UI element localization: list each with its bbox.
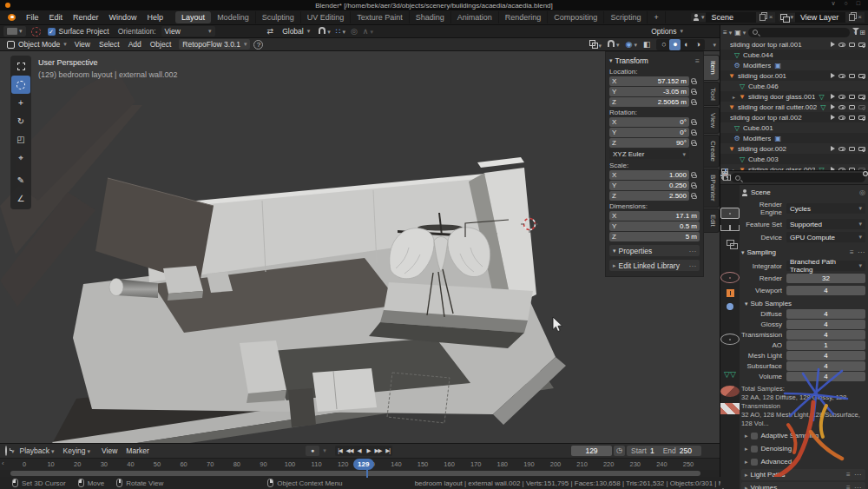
properties-tab[interactable] (720, 403, 740, 414)
lock-icon[interactable] (692, 195, 697, 199)
view-layer-name-field[interactable]: View Layer (795, 12, 845, 23)
collapsed-subpanel[interactable]: Advanced (741, 456, 865, 467)
viewport-menu-item[interactable]: View (70, 40, 95, 49)
lock-icon[interactable] (692, 132, 697, 135)
outliner-row[interactable]: sliding door rail cutter.002 (720, 102, 868, 112)
dimension-row[interactable]: X17.1 m (609, 211, 700, 221)
sub-sample-slider[interactable]: 4 (786, 320, 865, 329)
workspace-tab[interactable]: Animation (451, 11, 499, 23)
scene-name-field[interactable]: Scene (706, 12, 756, 23)
outliner-type-icon[interactable] (738, 93, 746, 101)
properties-tab[interactable] (720, 351, 740, 362)
viewport-menu-item[interactable]: Object (146, 40, 176, 49)
outliner-row[interactable]: Cube.044 (720, 50, 868, 60)
keying-menu[interactable]: Keying (63, 446, 91, 455)
add-workspace-button[interactable]: + (648, 11, 665, 23)
properties-tab[interactable] (727, 303, 733, 310)
transform-panel-header[interactable]: Transform≡ (609, 55, 700, 66)
sub-sample-slider[interactable]: 4 (786, 309, 865, 319)
workspace-tab[interactable]: Layout (175, 11, 211, 23)
viewport-tool-button[interactable] (11, 76, 30, 94)
outliner-filter-dropdown[interactable] (852, 28, 858, 36)
hide-viewport-icon[interactable] (838, 116, 845, 120)
properties-tab[interactable] (727, 289, 734, 297)
workspace-tab[interactable]: Shading (410, 11, 451, 23)
snap-toggle[interactable] (319, 27, 331, 36)
lock-icon[interactable] (692, 122, 697, 125)
timeline-ruler[interactable]: ‹ 01020304050607080901001101201301401501… (0, 458, 720, 470)
properties-tab[interactable] (720, 225, 740, 231)
transport-button[interactable]: ◀ (354, 446, 364, 456)
surface-project-checkbox[interactable] (48, 28, 56, 36)
selectable-icon[interactable] (831, 73, 835, 78)
window-controls[interactable]: ∨ ○ □ (832, 0, 864, 7)
region-collapse-arrow[interactable]: ‹ (2, 459, 4, 467)
n-panel-tab[interactable]: Edit (704, 208, 720, 233)
selectable-icon[interactable] (831, 104, 835, 109)
lock-icon[interactable] (692, 91, 697, 95)
shading-mode-button[interactable]: ○ (658, 39, 669, 50)
properties-tab[interactable] (720, 368, 740, 380)
collapsed-panel[interactable]: Light Paths≡ ⋯ (741, 469, 865, 480)
outliner-row[interactable]: ▸ sliding door glass.001 (720, 91, 868, 102)
location-row[interactable]: Z2.5065 m (609, 97, 700, 107)
sub-sample-slider[interactable]: 4 (786, 372, 865, 381)
outliner-type-icon[interactable] (733, 62, 741, 69)
outliner-row[interactable]: Modifiers (720, 133, 868, 143)
hide-viewport-icon[interactable] (838, 147, 845, 151)
selectable-icon[interactable] (831, 167, 835, 170)
disable-render-icon[interactable] (858, 168, 865, 171)
properties-tab[interactable] (720, 334, 740, 345)
sampling-section-header[interactable]: Sampling≡ ⋯ (741, 247, 865, 258)
view-menu[interactable]: View (97, 446, 122, 455)
integrator-dropdown[interactable]: Branched Path Tracing (786, 261, 865, 271)
property-dropdown[interactable]: Supported (786, 219, 865, 229)
property-dropdown[interactable]: Cycles (786, 203, 865, 214)
lock-icon[interactable] (692, 102, 697, 105)
rotation-row[interactable]: X0° (609, 117, 700, 127)
outliner-type-icon[interactable] (733, 51, 741, 59)
new-view-layer-button[interactable] (845, 12, 855, 23)
disable-viewport-icon[interactable] (849, 116, 855, 120)
location-row[interactable]: X57.152 m (609, 76, 700, 86)
falloff-dropdown[interactable]: ∧ (363, 27, 373, 36)
scrollbar-thumb[interactable] (10, 471, 700, 476)
dimension-row[interactable]: Y0.5 m (609, 221, 700, 231)
properties-tab[interactable] (720, 316, 740, 327)
options-dropdown[interactable]: Options (648, 26, 687, 36)
properties-tab[interactable] (720, 272, 740, 283)
lock-icon[interactable] (692, 142, 697, 146)
hide-viewport-icon[interactable] (838, 95, 845, 99)
n-panel-tab[interactable]: View (704, 107, 720, 134)
hide-viewport-icon[interactable] (838, 168, 845, 171)
outliner-type-icon[interactable] (733, 124, 741, 132)
playhead-badge[interactable]: 129 (353, 459, 374, 470)
outliner-row[interactable]: sliding door.002 (720, 143, 868, 154)
overlays-toggle[interactable]: ◧ (643, 40, 651, 49)
view-layer-selector[interactable]: View Layer × (779, 12, 865, 23)
sample-value-slider[interactable]: 4 (786, 286, 865, 295)
menu-item[interactable]: Render (68, 13, 104, 22)
scale-row[interactable]: X1.000 (609, 170, 700, 180)
shading-mode-button[interactable]: ● (669, 39, 681, 50)
outliner-search-input[interactable] (748, 28, 850, 37)
pin-icon[interactable]: ◎ (859, 188, 865, 196)
edit-linked-library-header[interactable]: Edit Linked Library⋯ (609, 260, 700, 271)
disable-render-icon[interactable] (858, 116, 865, 120)
outliner-row[interactable]: sliding door top rail.002 (720, 112, 868, 122)
unlink-scene-button[interactable]: × (766, 12, 775, 23)
current-frame-field[interactable]: 129 (571, 446, 612, 456)
dimension-row[interactable]: Z5 m (609, 232, 700, 241)
menu-item[interactable]: File (21, 13, 44, 22)
retopoflow-help-button[interactable]: ? (253, 40, 263, 50)
viewport-3d[interactable]: + ↻ ◰ ⌖ ✎ ∠ User Perspective (129) bedro… (0, 51, 720, 443)
remove-view-layer-button[interactable]: × (855, 12, 865, 23)
disable-viewport-icon[interactable] (849, 74, 855, 78)
viewport-tool-button[interactable] (11, 57, 30, 76)
properties-search-input[interactable] (731, 173, 865, 182)
snap-dropdown[interactable] (608, 40, 620, 49)
disable-render-icon[interactable] (858, 43, 865, 47)
sub-samples-header[interactable]: Sub Samples (741, 299, 865, 308)
hide-viewport-icon[interactable] (838, 43, 845, 47)
properties-tab[interactable] (720, 237, 740, 248)
